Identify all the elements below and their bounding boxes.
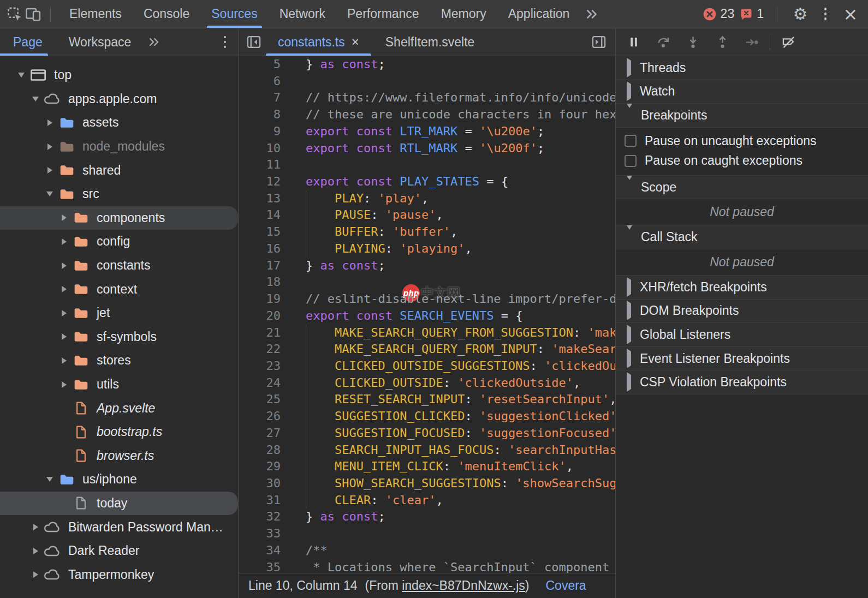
tree-item-components[interactable]: components xyxy=(0,206,238,230)
coverage-link[interactable]: Covera xyxy=(545,578,586,593)
tree-item-app-svelte[interactable]: App.svelte xyxy=(0,396,238,420)
line-number[interactable]: 35 xyxy=(239,559,289,573)
issues-badge[interactable]: 1 xyxy=(740,7,764,21)
code-line-text[interactable]: PAUSE: 'pause', xyxy=(289,207,443,224)
debugger-section-watch[interactable]: Watch xyxy=(616,80,868,104)
tree-item-apps-apple-com[interactable]: apps.apple.com xyxy=(0,87,238,111)
code-line-text[interactable]: CLICKED_OUTSIDE: 'clickedOutside', xyxy=(289,375,580,392)
line-number[interactable]: 27 xyxy=(239,425,289,442)
tree-item-browser-ts[interactable]: browser.ts xyxy=(0,444,238,468)
pause-script-icon[interactable] xyxy=(619,31,649,53)
chevron-right-icon[interactable] xyxy=(56,286,72,292)
step-out-icon[interactable] xyxy=(708,31,737,53)
line-number[interactable]: 6 xyxy=(239,73,289,90)
code-line-text[interactable]: * Locations where `SearchInput` componen… xyxy=(289,559,609,573)
line-number[interactable]: 13 xyxy=(239,190,289,207)
chevron-right-icon[interactable] xyxy=(56,333,72,340)
code-line-text[interactable]: SUGGESTION_CLICKED: 'suggestionClicked', xyxy=(289,408,615,425)
navigator-tab-workspace[interactable]: Workspace xyxy=(56,28,145,56)
code-line-text[interactable]: SHOW_SEARCH_SUGGESTIONS: 'showSearchSug xyxy=(289,475,615,492)
tree-item-bootstrap-ts[interactable]: bootstrap.ts xyxy=(0,420,238,444)
tree-item-top[interactable]: top xyxy=(0,63,238,87)
open-debugger-sidebar-icon[interactable] xyxy=(588,34,610,50)
debugger-section-csp-violation-breakpoints[interactable]: CSP Violation Breakpoints xyxy=(616,370,868,394)
debugger-section-xhr-fetch-breakpoints[interactable]: XHR/fetch Breakpoints xyxy=(616,276,868,300)
code-line-text[interactable]: BUFFER: 'buffer', xyxy=(289,224,457,241)
navigator-menu-icon[interactable] xyxy=(224,36,227,49)
panel-tab-network[interactable]: Network xyxy=(269,0,336,28)
chevron-right-icon[interactable] xyxy=(56,357,72,364)
line-number[interactable]: 17 xyxy=(239,258,289,274)
line-number[interactable]: 33 xyxy=(239,525,289,542)
line-number[interactable]: 5 xyxy=(239,56,289,73)
inspect-element-icon[interactable] xyxy=(5,5,24,23)
panel-tab-memory[interactable]: Memory xyxy=(430,0,497,28)
code-line-text[interactable]: /** xyxy=(289,542,328,559)
line-number[interactable]: 18 xyxy=(239,274,289,291)
breakpoint-option-pause-on-uncaught-exceptions[interactable]: Pause on uncaught exceptions xyxy=(616,131,868,151)
tree-item-bitwarden-password-man[interactable]: Bitwarden Password Man… xyxy=(0,515,238,539)
code-line-text[interactable]: export const RTL_MARK = '\u200f'; xyxy=(289,140,544,157)
tree-item-sf-symbols[interactable]: sf-symbols xyxy=(0,325,238,349)
chevron-right-icon[interactable] xyxy=(27,548,44,554)
step-icon[interactable] xyxy=(737,31,766,53)
panel-tab-application[interactable]: Application xyxy=(497,0,581,28)
breakpoint-option-pause-on-caught-exceptions[interactable]: Pause on caught exceptions xyxy=(616,151,868,171)
tree-item-jet[interactable]: jet xyxy=(0,301,238,325)
step-over-icon[interactable] xyxy=(649,31,678,53)
line-number[interactable]: 26 xyxy=(239,408,289,425)
code-line-text[interactable]: } as const; xyxy=(289,56,385,73)
code-line-text[interactable]: RESET_SEARCH_INPUT: 'resetSearchInput', xyxy=(289,391,615,408)
settings-gear-icon[interactable]: ⚙ xyxy=(790,4,810,24)
debugger-section-breakpoints[interactable]: Breakpoints xyxy=(616,104,868,128)
device-toolbar-icon[interactable] xyxy=(24,5,43,23)
line-number[interactable]: 20 xyxy=(239,308,289,325)
code-line-text[interactable]: // eslint-disable-next-line import/prefe… xyxy=(289,291,615,308)
close-tab-icon[interactable]: × xyxy=(352,34,359,50)
code-line-text[interactable]: CLEAR: 'clear', xyxy=(289,492,443,509)
line-number[interactable]: 14 xyxy=(239,207,289,224)
code-line-text[interactable]: MAKE_SEARCH_QUERY_FROM_SUGGESTION: 'make xyxy=(289,325,615,342)
code-line-text[interactable]: SUGGESTION_FOCUSED: 'suggestionFocused', xyxy=(289,425,615,442)
line-number[interactable]: 9 xyxy=(239,123,289,140)
editor-tab-constants-ts[interactable]: constants.ts× xyxy=(265,28,372,56)
debugger-section-call-stack[interactable]: Call Stack xyxy=(616,225,868,249)
chevron-down-icon[interactable] xyxy=(13,73,29,77)
code-line-text[interactable]: // these are unicode characters in four … xyxy=(289,106,615,123)
line-number[interactable]: 8 xyxy=(239,106,289,123)
chevron-right-icon[interactable] xyxy=(56,381,72,388)
code-line-text[interactable] xyxy=(289,157,306,174)
line-number[interactable]: 10 xyxy=(239,140,289,157)
chevron-right-icon[interactable] xyxy=(41,167,58,174)
line-number[interactable]: 7 xyxy=(239,89,289,106)
debugger-section-event-listener-breakpoints[interactable]: Event Listener Breakpoints xyxy=(616,347,868,371)
editor-tab-shelfitem-svelte[interactable]: ShelfItem.svelte xyxy=(372,28,488,56)
line-number[interactable]: 21 xyxy=(239,325,289,342)
chevron-right-icon[interactable] xyxy=(56,238,72,245)
line-number[interactable]: 32 xyxy=(239,509,289,525)
code-line-text[interactable] xyxy=(289,274,306,291)
tree-item-constants[interactable]: constants xyxy=(0,254,238,278)
chevron-right-icon[interactable] xyxy=(27,524,44,530)
debugger-section-scope[interactable]: Scope xyxy=(616,176,868,200)
checkbox-unchecked[interactable] xyxy=(625,155,637,167)
line-number[interactable]: 25 xyxy=(239,391,289,408)
code-line-text[interactable] xyxy=(289,525,306,542)
more-panels-icon[interactable] xyxy=(580,0,603,28)
tree-item-us-iphone[interactable]: us/iphone xyxy=(0,468,238,492)
tree-item-tampermonkey[interactable]: Tampermonkey xyxy=(0,563,238,587)
code-line-text[interactable]: export const SEARCH_EVENTS = { xyxy=(289,308,522,325)
chevron-down-icon[interactable] xyxy=(27,97,44,101)
line-number[interactable]: 12 xyxy=(239,174,289,190)
line-number[interactable]: 23 xyxy=(239,358,289,375)
chevron-right-icon[interactable] xyxy=(41,143,58,150)
chevron-right-icon[interactable] xyxy=(56,310,72,316)
tree-item-assets[interactable]: assets xyxy=(0,111,238,135)
collapse-navigator-icon[interactable] xyxy=(243,34,265,50)
tree-item-stores[interactable]: stores xyxy=(0,349,238,373)
line-number[interactable]: 34 xyxy=(239,542,289,559)
line-number[interactable]: 11 xyxy=(239,157,289,174)
chevron-right-icon[interactable] xyxy=(41,119,58,126)
line-number[interactable]: 22 xyxy=(239,341,289,358)
tree-item-config[interactable]: config xyxy=(0,230,238,254)
